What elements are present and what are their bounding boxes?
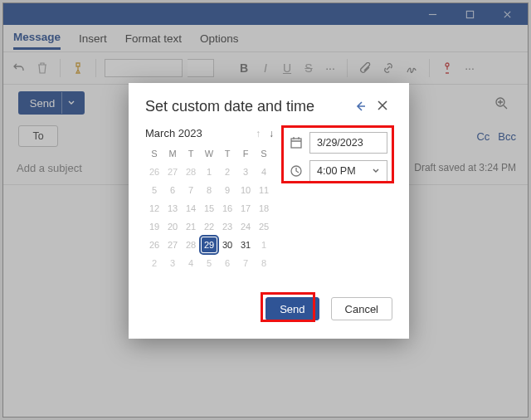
calendar-day[interactable]: 29 (200, 236, 218, 254)
calendar-day[interactable]: 31 (236, 236, 255, 254)
chevron-down-icon (372, 167, 380, 175)
calendar-day[interactable]: 27 (163, 163, 182, 181)
calendar-day[interactable]: 8 (200, 181, 218, 199)
calendar-day[interactable]: 1 (255, 236, 273, 254)
calendar-day[interactable]: 25 (255, 217, 273, 236)
calendar-dow-header: T (182, 144, 200, 163)
svg-rect-8 (291, 139, 301, 148)
date-input[interactable]: 3/29/2023 (309, 132, 387, 154)
calendar-icon (290, 136, 303, 149)
calendar-day[interactable]: 4 (255, 163, 273, 181)
calendar-day[interactable]: 2 (218, 163, 236, 181)
calendar-day[interactable]: 28 (182, 236, 200, 254)
time-select[interactable]: 4:00 PM (309, 160, 387, 182)
schedule-send-modal: Set custom date and time March 2023 ↑ ↓ … (129, 83, 409, 339)
calendar-day[interactable]: 8 (255, 254, 273, 272)
calendar-day[interactable]: 30 (218, 236, 236, 254)
calendar-day[interactable]: 5 (200, 254, 218, 272)
calendar-day[interactable]: 26 (145, 236, 163, 254)
calendar-day[interactable]: 7 (182, 181, 200, 199)
modal-cancel-button[interactable]: Cancel (331, 297, 392, 320)
calendar-day[interactable]: 27 (163, 236, 182, 254)
calendar-day[interactable]: 21 (182, 217, 200, 236)
calendar-day[interactable]: 6 (163, 181, 182, 199)
modal-title: Set custom date and time (145, 98, 314, 115)
calendar-day[interactable]: 7 (236, 254, 255, 272)
calendar-day[interactable]: 13 (163, 199, 182, 217)
calendar-dow-header: M (163, 144, 182, 163)
calendar-grid: SMTWTFS262728123456789101112131415161718… (145, 144, 278, 272)
calendar-day[interactable]: 5 (145, 181, 163, 199)
back-arrow-icon[interactable] (353, 99, 369, 115)
calendar-day[interactable]: 9 (218, 181, 236, 199)
calendar-month-label: March 2023 (145, 127, 251, 139)
calendar[interactable]: March 2023 ↑ ↓ SMTWTFS262728123456789101… (145, 127, 278, 272)
calendar-dow-header: S (145, 144, 163, 163)
calendar-day[interactable]: 11 (255, 181, 273, 199)
calendar-prev-icon[interactable]: ↑ (251, 128, 265, 139)
clock-icon (290, 164, 303, 178)
calendar-day[interactable]: 19 (145, 217, 163, 236)
calendar-day[interactable]: 15 (200, 199, 218, 217)
calendar-day[interactable]: 20 (163, 217, 182, 236)
calendar-day[interactable]: 1 (200, 163, 218, 181)
calendar-day[interactable]: 4 (182, 254, 200, 272)
calendar-day[interactable]: 17 (236, 199, 255, 217)
calendar-day[interactable]: 10 (236, 181, 255, 199)
calendar-day[interactable]: 16 (218, 199, 236, 217)
calendar-day[interactable]: 12 (145, 199, 163, 217)
calendar-day[interactable]: 23 (218, 217, 236, 236)
calendar-day[interactable]: 3 (163, 254, 182, 272)
calendar-day[interactable]: 18 (255, 199, 273, 217)
calendar-dow-header: S (255, 144, 273, 163)
date-time-inputs: 3/29/2023 4:00 PM (285, 127, 392, 272)
calendar-day[interactable]: 26 (145, 163, 163, 181)
calendar-day[interactable]: 3 (236, 163, 255, 181)
close-icon[interactable] (376, 99, 392, 115)
calendar-day[interactable]: 14 (182, 199, 200, 217)
calendar-day[interactable]: 22 (200, 217, 218, 236)
calendar-day[interactable]: 28 (182, 163, 200, 181)
calendar-day[interactable]: 2 (145, 254, 163, 272)
calendar-dow-header: F (236, 144, 255, 163)
calendar-next-icon[interactable]: ↓ (265, 128, 278, 139)
modal-send-button[interactable]: Send (266, 297, 319, 320)
calendar-dow-header: T (218, 144, 236, 163)
calendar-day[interactable]: 6 (218, 254, 236, 272)
calendar-dow-header: W (200, 144, 218, 163)
calendar-day[interactable]: 24 (236, 217, 255, 236)
